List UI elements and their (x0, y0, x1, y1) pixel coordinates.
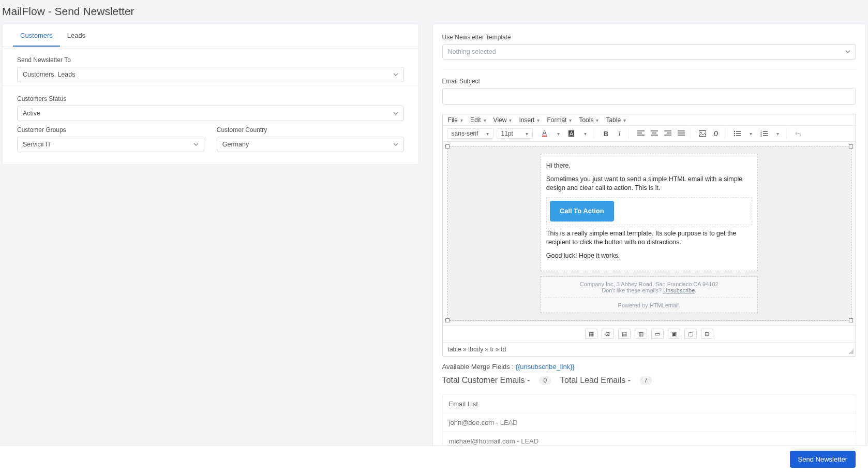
status-select[interactable]: Active (17, 106, 404, 121)
highlight-color-dropdown[interactable] (579, 128, 591, 139)
numbered-list-dropdown[interactable] (772, 128, 783, 139)
table-props-icon[interactable]: ▦ (585, 329, 597, 339)
col-delete-icon[interactable]: ⊟ (701, 329, 713, 339)
send-to-select[interactable]: Customers, Leads (17, 67, 404, 82)
resize-handle[interactable] (445, 144, 450, 149)
svg-text:3: 3 (760, 134, 762, 137)
svg-point-3 (734, 133, 735, 134)
highlight-color-icon[interactable]: A (566, 128, 577, 139)
filters-panel: Customers Leads Send Newsletter To Custo… (2, 24, 419, 165)
email-greeting: Hi there, (546, 161, 752, 171)
chevron-down-icon (393, 142, 398, 147)
footer-company: Company Inc, 3 Abbey Road, San Francisco… (545, 281, 753, 287)
editor-toolbar: sans-serif 11pt A A B I (443, 126, 856, 142)
send-newsletter-button[interactable]: Send Newsletter (790, 451, 856, 468)
text-color-icon[interactable]: A (539, 128, 550, 139)
menu-format[interactable]: Format (547, 116, 572, 124)
chevron-down-icon (393, 111, 398, 116)
menu-table[interactable]: Table (606, 116, 626, 124)
resize-handle[interactable] (445, 318, 450, 322)
totals: Total Customer Emails - 0 Total Lead Ema… (442, 376, 856, 385)
groups-select[interactable]: Servicii IT (17, 137, 204, 152)
chevron-down-icon (193, 142, 199, 147)
groups-label: Customer Groups (17, 126, 204, 134)
template-select[interactable]: Nothing selected (442, 44, 856, 60)
cta-button[interactable]: Call To Action (550, 201, 614, 221)
status-value: Active (23, 110, 40, 117)
align-justify-icon[interactable] (676, 128, 687, 139)
resize-grip-icon[interactable] (848, 349, 854, 354)
italic-icon[interactable]: I (614, 128, 625, 139)
resize-handle[interactable] (849, 144, 853, 149)
editor-path: table » tbody » tr » td (443, 342, 856, 356)
image-icon[interactable] (697, 128, 708, 139)
template-placeholder: Nothing selected (448, 48, 496, 55)
text-color-dropdown[interactable] (552, 128, 564, 139)
chevron-down-icon (845, 49, 850, 54)
align-center-icon[interactable] (649, 128, 660, 139)
email-body[interactable]: Hi there, Sometimes you just want to sen… (541, 154, 758, 271)
status-label: Customers Status (17, 95, 404, 102)
tabs: Customers Leads (3, 24, 418, 47)
email-body2: This is a really simple email template. … (546, 229, 752, 247)
send-to-value: Customers, Leads (23, 71, 75, 78)
editor-menubar: File Edit View Insert Format Tools Table (443, 114, 856, 126)
row-below-icon[interactable]: ▥ (635, 329, 647, 339)
col-left-icon[interactable]: ▣ (668, 329, 680, 339)
resize-handle[interactable] (849, 318, 853, 322)
bold-icon[interactable]: B (601, 128, 612, 139)
total-leads-label: Total Lead Emails - (560, 376, 631, 385)
unsubscribe-link[interactable]: Unsubscribe (663, 287, 695, 293)
email-footer: Company Inc, 3 Abbey Road, San Francisco… (541, 276, 758, 313)
table-tools: ▦ ⊠ ▤ ▥ ▭ ▣ ▢ ⊟ (443, 325, 856, 342)
menu-edit[interactable]: Edit (470, 116, 486, 124)
footer-powered: Powered by HTMLemail. (545, 298, 753, 308)
chevron-down-icon (393, 72, 398, 77)
subject-label: Email Subject (442, 78, 856, 85)
bullet-list-dropdown[interactable] (745, 128, 756, 139)
rich-text-editor: File Edit View Insert Format Tools Table… (442, 114, 856, 357)
email-intro: Sometimes you just want to send a simple… (546, 175, 752, 193)
list-item: john@doe.com - LEAD (443, 413, 856, 432)
undo-icon[interactable] (793, 128, 804, 139)
footer-unsub-pre: Don't like these emails? (602, 287, 663, 293)
svg-point-1 (700, 132, 701, 134)
editor-canvas[interactable]: Hi there, Sometimes you just want to sen… (443, 142, 856, 325)
merge-field-link[interactable]: {{unsubscribe_link}} (516, 363, 575, 371)
align-right-icon[interactable] (662, 128, 674, 139)
tab-customers[interactable]: Customers (13, 24, 60, 47)
svg-point-2 (734, 131, 735, 132)
country-value: Germany (222, 141, 249, 148)
total-customers-count: 0 (539, 376, 551, 385)
col-right-icon[interactable]: ▢ (684, 329, 697, 339)
merge-fields: Available Merge Fields : {{unsubscribe_l… (442, 363, 856, 371)
bullet-list-icon[interactable] (731, 128, 743, 139)
svg-point-4 (734, 135, 735, 136)
tab-leads[interactable]: Leads (60, 24, 93, 47)
menu-tools[interactable]: Tools (579, 116, 598, 124)
table-delete-icon[interactable]: ⊠ (602, 329, 614, 339)
country-select[interactable]: Germany (217, 137, 404, 152)
link-icon[interactable] (710, 128, 722, 139)
font-size-select[interactable]: 11pt (497, 128, 533, 139)
total-leads-count: 7 (640, 376, 652, 385)
footer-bar: Send Newsletter (0, 445, 868, 473)
country-label: Customer Country (217, 126, 404, 134)
template-label: Use Newsletter Template (442, 34, 856, 41)
groups-value: Servicii IT (23, 141, 51, 148)
email-list-header: Email List (443, 395, 856, 413)
page-title: MailFlow - Send Newsletter (0, 0, 868, 24)
send-to-label: Send Newsletter To (17, 56, 404, 64)
row-above-icon[interactable]: ▤ (618, 329, 631, 339)
align-left-icon[interactable] (635, 128, 647, 139)
email-closing: Good luck! Hope it works. (546, 252, 752, 261)
menu-insert[interactable]: Insert (519, 116, 540, 124)
email-list: Email List john@doe.com - LEAD michael@h… (442, 394, 856, 451)
menu-file[interactable]: File (448, 116, 463, 124)
row-delete-icon[interactable]: ▭ (651, 329, 664, 339)
menu-view[interactable]: View (493, 116, 512, 124)
subject-input[interactable] (442, 88, 856, 105)
numbered-list-icon[interactable]: 123 (758, 128, 770, 139)
total-customers-label: Total Customer Emails - (442, 376, 530, 385)
font-family-select[interactable]: sans-serif (447, 128, 493, 139)
